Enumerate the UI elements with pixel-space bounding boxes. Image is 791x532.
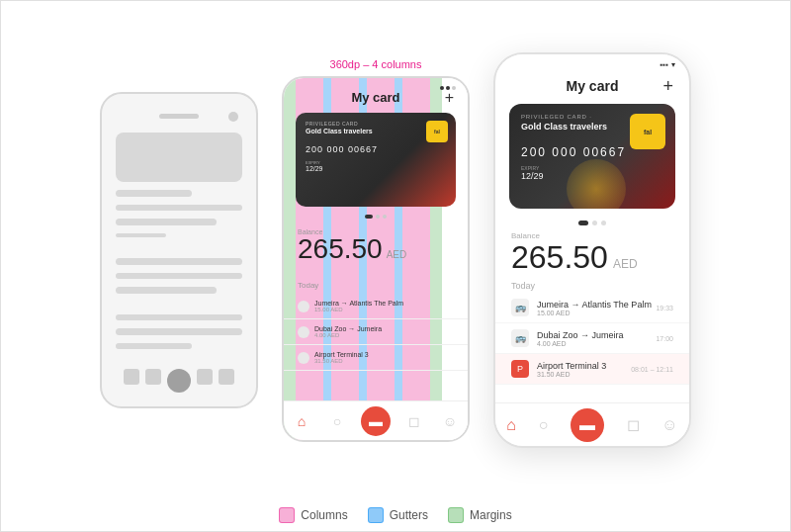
real-tx-1: 🚌 Jumeira → Atlantis The Palm 15.00 AED … — [495, 293, 689, 323]
profile-icon: ☺ — [443, 413, 457, 429]
real-phone-navbar: ⌂ ○ ▬ ◻ ☺ — [495, 402, 689, 446]
grid-phone-balance: Balance 265.50 AED — [298, 228, 406, 263]
wireframe-nav-4 — [219, 369, 234, 385]
real-phone-plus[interactable]: + — [662, 76, 673, 97]
search-icon: ○ — [539, 416, 549, 433]
home-icon: ⌂ — [506, 416, 516, 433]
signal-icon: ▪▪▪ — [659, 60, 668, 69]
grid-tx-2: Dubai Zoo → Jumeira 4.00 AED — [284, 319, 468, 345]
grid-phone-transactions: Jumeira → Atlantis The Palm 15.00 AED Du… — [284, 294, 468, 371]
rnav-center-button[interactable]: ▬ — [571, 408, 604, 442]
gnav-search[interactable]: ○ — [325, 409, 349, 433]
profile-icon: ☺ — [661, 416, 677, 433]
card-icon: ▬ — [369, 413, 383, 429]
gutters-swatch — [368, 507, 384, 523]
columns-label: Columns — [301, 508, 347, 522]
wireframe-line-3 — [116, 219, 217, 224]
legend-margins: Margins — [448, 507, 512, 523]
grid-tx-3: Airport Terminal 3 31.50 AED — [284, 345, 468, 371]
grid-phone-card-area: PRIVILEGED CARD Gold Class travelers 200… — [296, 113, 456, 207]
margin-left — [284, 78, 296, 440]
wireframe-line-6 — [116, 273, 242, 279]
real-phone-header: My card + — [495, 74, 689, 98]
real-phone-transactions: 🚌 Jumeira → Atlantis The Palm 15.00 AED … — [495, 293, 689, 385]
wifi-icon: ▾ — [671, 60, 675, 69]
real-tx-icon-2: 🚌 — [511, 329, 529, 347]
phones-row: 360dp – 4 columns — [100, 9, 691, 491]
wireframe-camera — [228, 112, 238, 122]
real-phone-dots — [495, 221, 689, 225]
legend-gutters: Gutters — [368, 507, 428, 523]
grid-phone-navbar: ⌂ ○ ▬ ◻ ☺ — [284, 400, 468, 440]
legend-columns: Columns — [279, 507, 347, 523]
gnav-chat[interactable]: ◻ — [402, 409, 426, 433]
wireframe-line-4 — [116, 233, 166, 238]
wireframe-line-2 — [116, 205, 242, 211]
real-status-bar: ▪▪▪ ▾ — [495, 54, 689, 74]
wireframe-nav-2 — [145, 369, 161, 385]
wireframe-card — [116, 133, 242, 182]
wireframe-line-5 — [116, 258, 242, 264]
wireframe-line-8 — [116, 314, 242, 320]
wireframe-line-10 — [116, 343, 192, 349]
wireframe-nav-1 — [124, 369, 139, 385]
grid-phone-header: My card + — [284, 90, 468, 105]
search-icon: ○ — [333, 413, 341, 429]
rnav-search[interactable]: ○ — [539, 416, 549, 434]
grid-label: 360dp – 4 columns — [324, 58, 428, 70]
real-phone-title: My card — [567, 78, 619, 94]
wireframe-phone — [100, 92, 258, 408]
real-tx-icon-3: P — [511, 360, 529, 378]
grid-phone-container: 360dp – 4 columns — [282, 58, 470, 442]
gutters-label: Gutters — [390, 508, 428, 522]
grid-card-logo: fal — [426, 121, 448, 142]
margins-label: Margins — [470, 508, 512, 522]
gnav-home[interactable]: ⌂ — [290, 409, 313, 433]
columns-swatch — [279, 507, 295, 523]
gnav-profile[interactable]: ☺ — [438, 409, 462, 433]
real-tx-3: P Airport Terminal 3 31.50 AED 08:01 – 1… — [495, 354, 689, 385]
grid-phone-card: PRIVILEGED CARD Gold Class travelers 200… — [296, 113, 456, 207]
wireframe-speaker — [159, 114, 199, 119]
grid-phone-dots — [365, 215, 387, 219]
home-icon: ⌂ — [298, 413, 306, 429]
gnav-center-button[interactable]: ▬ — [361, 406, 391, 436]
real-card-logo: fal — [630, 114, 665, 149]
rnav-profile[interactable]: ☺ — [661, 416, 677, 434]
margins-swatch — [448, 507, 464, 523]
wireframe-nav-3 — [197, 369, 213, 385]
grid-phone-plus: + — [445, 89, 454, 107]
rnav-home[interactable]: ⌂ — [506, 416, 516, 434]
real-phone: ▪▪▪ ▾ My card + PRIVILEGED CARD · Gold C… — [493, 52, 691, 448]
wireframe-nav-center — [167, 369, 191, 393]
main-container: 360dp – 4 columns — [10, 9, 781, 523]
rnav-chat[interactable]: ◻ — [627, 415, 640, 434]
wireframe-line-7 — [116, 287, 217, 293]
grid-phone-inner: My card + PRIVILEGED CARD Gold Class tra… — [284, 78, 468, 440]
grid-phone: My card + PRIVILEGED CARD Gold Class tra… — [282, 76, 470, 442]
wireframe-line-1 — [116, 190, 192, 196]
legend: Columns Gutters Margins — [279, 507, 511, 523]
real-phone-card-area: PRIVILEGED CARD · Gold Class travelers 2… — [495, 98, 689, 215]
grid-tx-1: Jumeira → Atlantis The Palm 15.00 AED — [284, 294, 468, 319]
real-tx-icon-1: 🚌 — [511, 299, 529, 316]
real-phone-card: PRIVILEGED CARD · Gold Class travelers 2… — [509, 104, 675, 209]
wireframe-nav — [116, 369, 242, 393]
chat-icon: ◻ — [408, 413, 420, 429]
real-phone-balance: Balance 265.50 AED — [495, 231, 689, 275]
chat-icon: ◻ — [627, 416, 640, 433]
wireframe-line-9 — [116, 328, 242, 334]
real-tx-2: 🚌 Dubai Zoo → Jumeira 4.00 AED 17:00 — [495, 323, 689, 354]
grid-phone-today: Today — [298, 281, 318, 290]
real-today: Today — [495, 275, 689, 293]
grid-phone-title: My card — [351, 90, 399, 105]
card-icon: ▬ — [579, 416, 595, 434]
